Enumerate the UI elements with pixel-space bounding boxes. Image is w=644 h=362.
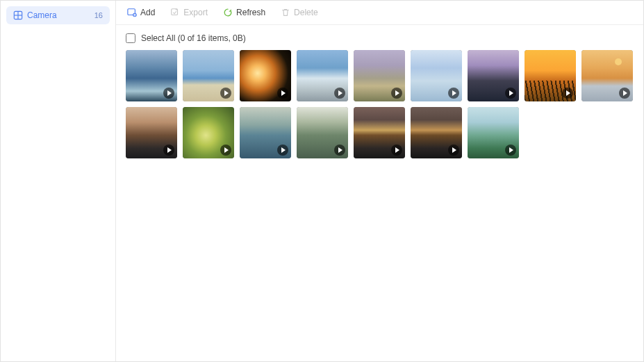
delete-button: Delete <box>279 6 320 19</box>
play-icon <box>334 88 345 99</box>
trash-icon <box>281 8 290 17</box>
play-icon <box>448 88 459 99</box>
add-icon <box>127 8 137 17</box>
play-icon <box>562 88 573 99</box>
play-icon <box>505 88 516 99</box>
play-icon <box>277 88 288 99</box>
video-thumbnail[interactable] <box>240 50 291 101</box>
select-all-label: Select All (0 of 16 items, 0B) <box>141 33 246 43</box>
refresh-label: Refresh <box>236 8 265 17</box>
refresh-button[interactable]: Refresh <box>222 6 267 19</box>
sidebar-item-count: 16 <box>94 11 103 19</box>
video-thumbnail[interactable] <box>183 50 234 101</box>
video-thumbnail[interactable] <box>411 107 462 158</box>
play-icon <box>448 145 459 156</box>
play-icon <box>277 145 288 156</box>
play-icon <box>220 88 231 99</box>
sidebar: Camera 16 <box>1 1 116 361</box>
play-icon <box>220 145 231 156</box>
play-icon <box>334 145 345 156</box>
main-panel: Add Export <box>116 1 643 361</box>
add-label: Add <box>140 8 155 17</box>
play-icon <box>505 145 516 156</box>
video-thumbnail[interactable] <box>468 50 519 101</box>
export-label: Export <box>183 8 208 17</box>
play-icon <box>163 145 174 156</box>
video-thumbnail[interactable] <box>581 50 633 101</box>
play-icon <box>619 88 630 99</box>
delete-label: Delete <box>294 8 318 17</box>
video-thumbnail[interactable] <box>297 50 348 101</box>
sidebar-item-left: Camera <box>13 10 57 20</box>
video-thumbnail[interactable] <box>297 107 348 158</box>
video-thumbnail[interactable] <box>126 107 177 158</box>
video-thumbnail[interactable] <box>354 50 405 101</box>
video-thumbnail[interactable] <box>354 107 405 158</box>
export-icon <box>170 8 180 17</box>
app-window: Camera 16 Add <box>0 0 644 362</box>
grid-icon <box>13 10 23 20</box>
play-icon <box>391 145 402 156</box>
video-thumbnail[interactable] <box>240 107 291 158</box>
video-thumbnail[interactable] <box>183 107 234 158</box>
export-button: Export <box>169 6 209 19</box>
sidebar-item-label: Camera <box>27 10 57 20</box>
toolbar: Add Export <box>116 1 643 25</box>
play-icon <box>163 88 174 99</box>
video-thumbnail[interactable] <box>525 50 576 101</box>
sidebar-item-camera[interactable]: Camera 16 <box>6 6 110 24</box>
select-all-checkbox[interactable] <box>126 33 135 43</box>
video-thumbnail[interactable] <box>411 50 462 101</box>
play-icon <box>391 88 402 99</box>
thumbnail-grid <box>116 50 643 158</box>
select-all-row: Select All (0 of 16 items, 0B) <box>116 25 643 50</box>
video-thumbnail[interactable] <box>468 107 519 158</box>
video-thumbnail[interactable] <box>126 50 177 101</box>
add-button[interactable]: Add <box>126 6 156 19</box>
refresh-icon <box>223 8 233 17</box>
